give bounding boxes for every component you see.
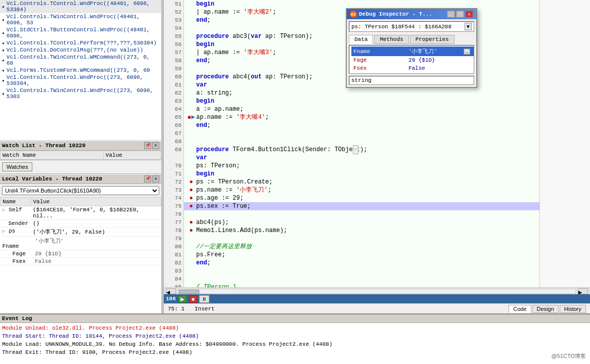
watch-col-name: Watch Name bbox=[1, 151, 104, 159]
watches-button[interactable]: Watches bbox=[2, 162, 32, 171]
breakpoint-icon: ● bbox=[189, 186, 193, 194]
call-stack-item[interactable]: ●Vcl.Forms.TCustomForm.WMCommand((273, 0… bbox=[0, 67, 161, 74]
dialog-tab-data[interactable]: Data bbox=[349, 35, 373, 44]
call-stack-item[interactable]: ●Vcl.Controls.TControl.Perform(???,???,5… bbox=[0, 39, 161, 47]
breakpoint-gutter: ● bbox=[186, 202, 196, 210]
dialog-close-button[interactable]: ✕ bbox=[465, 11, 473, 18]
code-text: a := ap.name; bbox=[196, 105, 244, 113]
dialog-tab-properties[interactable]: Properties bbox=[410, 35, 455, 44]
list-item[interactable]: a := ap.name; bbox=[184, 105, 539, 113]
list-item[interactable]: { TPerson } bbox=[184, 283, 539, 287]
code-text: //一定要再这里释放 bbox=[196, 243, 252, 251]
watch-col-value: Value bbox=[103, 151, 161, 159]
list-item[interactable]: begin bbox=[184, 97, 539, 105]
list-item[interactable]: var bbox=[184, 154, 539, 162]
list-item[interactable]: ● abc4(ps); bbox=[184, 218, 539, 226]
list-item[interactable]: ● ps := TPerson.Create; bbox=[184, 178, 539, 186]
table-row[interactable]: Fname'小李飞刀'... bbox=[351, 47, 474, 56]
event-log: Event Log Module Unload: ole32.dll. Proc… bbox=[0, 313, 590, 364]
dialog-minimize-button[interactable]: _ bbox=[447, 11, 455, 18]
table-row[interactable]: Fage29 {$1D} bbox=[351, 56, 474, 64]
list-item[interactable]: a: string; bbox=[184, 89, 539, 97]
list-item[interactable]: //一定要再这里释放 bbox=[184, 243, 539, 251]
var-name-cell: ▷ Self bbox=[1, 206, 31, 219]
tab-design[interactable]: Design bbox=[532, 305, 559, 313]
local-vars-pin-icon[interactable]: 📌 bbox=[144, 175, 151, 183]
call-stack-item[interactable]: ●Vcl.Controls.TControl.WndProc((273, 609… bbox=[0, 74, 161, 87]
breakpoint-icon: ● bbox=[189, 218, 193, 226]
table-row[interactable]: Sender() bbox=[1, 219, 161, 227]
list-item[interactable]: ●▶ ap.name := '李大嘴4'; bbox=[184, 113, 539, 121]
extra-right-panel bbox=[539, 0, 590, 287]
table-row[interactable]: Fage29 {$1D} bbox=[1, 250, 161, 257]
call-stack-item[interactable]: ●Vcl.Controls.TControl.WndProc((48401, 6… bbox=[0, 0, 161, 13]
call-stack-item[interactable]: ●Vcl.Controls.TWinControl.WMCommand((273… bbox=[0, 54, 161, 67]
pause-button[interactable]: ⏸ bbox=[199, 295, 209, 303]
tab-code[interactable]: Code bbox=[509, 305, 531, 313]
function-selector[interactable]: Unit4.TForm4.Button1Click($1610A90) bbox=[2, 186, 159, 195]
breakpoint-gutter: ● bbox=[186, 186, 196, 194]
dialog-tab-methods[interactable]: Methods bbox=[374, 35, 409, 44]
call-stack-item[interactable]: ●Vcl.Controls.TWinControl.WndProc((273, … bbox=[0, 87, 161, 100]
list-item[interactable]: begin bbox=[184, 170, 539, 178]
bullet-icon: ● bbox=[2, 18, 5, 22]
list-item[interactable]: ● ps.name := '小李飞刀'; bbox=[184, 186, 539, 194]
list-item[interactable]: ps.Free; bbox=[184, 251, 539, 259]
list-item[interactable] bbox=[184, 267, 539, 275]
line-number: 77 bbox=[164, 218, 184, 226]
list-item[interactable] bbox=[184, 235, 539, 243]
expand-icon[interactable]: ▷ bbox=[3, 229, 6, 234]
line-number: 82 bbox=[164, 259, 184, 267]
line-number: 71 bbox=[164, 170, 184, 178]
var-value-cell: 29 {$1D} bbox=[31, 250, 161, 257]
list-item[interactable] bbox=[184, 138, 539, 146]
list-item[interactable]: ● ps.age := 29; bbox=[184, 194, 539, 202]
list-item[interactable]: − procedure TForm4.Button1Click(Sender: … bbox=[184, 146, 539, 154]
tab-history[interactable]: History bbox=[560, 305, 586, 313]
scroll-left-btn[interactable]: ◀ bbox=[166, 288, 176, 294]
table-row[interactable]: ▷ Self($164CE10, 'Form4', 0, $16B22E0, n… bbox=[1, 206, 161, 219]
stop-button[interactable]: ■ bbox=[189, 295, 197, 303]
call-stack-item[interactable]: ●Vcl.StdCtrls.TButtonControl.WndProc((48… bbox=[0, 26, 161, 39]
local-vars-close-icon[interactable]: ✕ bbox=[152, 175, 159, 183]
list-item[interactable]: ● ps.sex := True; bbox=[184, 202, 539, 210]
table-row[interactable]: FsexFalse bbox=[1, 257, 161, 265]
table-row[interactable]: FsexFalse bbox=[351, 64, 474, 72]
code-text: | ap.name := '李大嘴3'; bbox=[196, 49, 276, 57]
watch-list-pin-icon[interactable]: 📌 bbox=[144, 142, 151, 149]
list-item[interactable] bbox=[184, 275, 539, 283]
breakpoint-gutter: ● bbox=[186, 218, 196, 226]
hscroll-thumb[interactable] bbox=[179, 290, 199, 294]
line-number: 60 bbox=[164, 73, 184, 81]
call-stack-text: Vcl.Controls.TWinControl.WndProc((48401,… bbox=[7, 14, 159, 26]
collapse-button[interactable]: − bbox=[353, 145, 358, 154]
code-text: ap.name := '李大嘴4'; bbox=[196, 113, 269, 121]
table-row[interactable]: Fname'小李飞刀' bbox=[1, 236, 161, 250]
scroll-right-btn[interactable]: ▶ bbox=[578, 288, 588, 294]
list-item[interactable]: end; bbox=[184, 121, 539, 129]
code-hscroll[interactable]: ◀ ▶ bbox=[164, 287, 590, 294]
watch-list-close-icon[interactable]: ✕ bbox=[152, 142, 159, 149]
list-item[interactable]: ● Memo1.Lines.Add(ps.name); bbox=[184, 226, 539, 235]
ellipsis-button[interactable]: ... bbox=[464, 49, 471, 55]
list-item[interactable]: begin bbox=[184, 0, 539, 8]
line-number: 57 bbox=[164, 49, 184, 57]
list-item[interactable] bbox=[184, 129, 539, 138]
line-number: 75 bbox=[164, 202, 184, 210]
dialog-maximize-button[interactable]: □ bbox=[456, 11, 464, 18]
call-stack-item[interactable]: ●Vcl.Controls.DoControlMsg(???,(no value… bbox=[0, 47, 161, 54]
code-text bbox=[196, 235, 200, 243]
list-item[interactable] bbox=[184, 210, 539, 218]
list-item[interactable]: end; bbox=[184, 259, 539, 267]
expand-icon[interactable]: ▷ bbox=[3, 207, 6, 213]
watermark: @51CTO博客 bbox=[552, 352, 586, 360]
call-stack-item[interactable]: ●Vcl.Controls.TWinControl.WndProc((48401… bbox=[0, 13, 161, 26]
inspector-name-cell: Fname bbox=[351, 47, 406, 56]
play-button[interactable]: ▶ bbox=[178, 295, 187, 303]
table-row[interactable]: ▷ ps('小李飞刀', 29, False) bbox=[1, 227, 161, 236]
code-text: begin bbox=[196, 97, 214, 105]
dialog-title-left: DX Debug Inspector - T... bbox=[350, 11, 432, 18]
dialog-address-dropdown[interactable]: ▼ bbox=[465, 23, 472, 30]
watch-list-icons: 📌 ✕ bbox=[144, 142, 159, 149]
list-item[interactable]: ps: TPerson; bbox=[184, 162, 539, 170]
